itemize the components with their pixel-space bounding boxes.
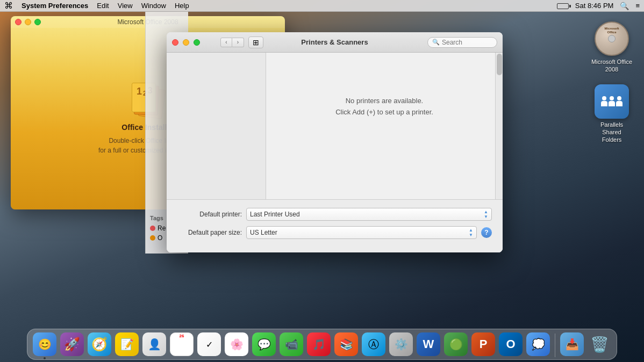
dock-safari[interactable]: 🧭 bbox=[87, 331, 112, 357]
dock: 😊 🚀 🧭 📝 👤 26 ✓ 🌸 bbox=[27, 329, 617, 360]
printers-maximize-btn[interactable] bbox=[194, 39, 200, 46]
desktop-icon-parallels[interactable]: Parallels SharedFolders bbox=[590, 84, 633, 144]
dock-dot-finder bbox=[44, 357, 46, 359]
search-icon: 🔍 bbox=[432, 39, 440, 46]
scrollbar[interactable] bbox=[495, 53, 503, 203]
dock-separator bbox=[555, 334, 555, 357]
ms-office-label: Microsoft Office2008 bbox=[591, 58, 632, 74]
printers-bottom: Default printer: Last Printer Used ▲ ▼ D… bbox=[167, 199, 503, 252]
dock-books[interactable]: 📚 bbox=[333, 331, 359, 357]
tag-red-label: Re bbox=[158, 225, 166, 232]
dock-photos[interactable]: 🌸 bbox=[224, 331, 249, 357]
default-printer-row: Default printer: Last Printer Used ▲ ▼ bbox=[177, 208, 492, 221]
printers-close-btn[interactable] bbox=[172, 39, 178, 46]
no-printers-message: No printers are available. Click Add (+)… bbox=[335, 96, 433, 118]
search-input[interactable] bbox=[442, 39, 490, 46]
back-btn[interactable]: ‹ bbox=[220, 38, 232, 47]
dock-music[interactable]: 🎵 bbox=[306, 331, 332, 357]
desktop-icon-ms-office[interactable]: MicrosoftOffice Microsoft Office2008 bbox=[590, 21, 633, 74]
tag-red-dot bbox=[150, 226, 155, 231]
default-paper-select[interactable]: US Letter ▲ ▼ bbox=[246, 226, 477, 239]
ms-office-disc-icon: MicrosoftOffice bbox=[595, 21, 629, 56]
tag-orange-label: O bbox=[158, 234, 162, 242]
dock-launchpad[interactable]: 🚀 bbox=[59, 331, 85, 357]
dock-appstore[interactable]: Ⓐ bbox=[361, 331, 387, 357]
dock-messenger[interactable]: 💭 bbox=[525, 331, 551, 357]
grid-view-btn[interactable]: ⊞ bbox=[248, 37, 263, 48]
dock-ppt[interactable]: P bbox=[470, 331, 496, 357]
menu-view[interactable]: View bbox=[118, 2, 133, 10]
dock-facetime[interactable]: 📹 bbox=[278, 331, 304, 357]
dock-downloads[interactable]: 📥 bbox=[559, 331, 585, 357]
help-button[interactable]: ? bbox=[481, 227, 492, 238]
dock-outlook[interactable]: O bbox=[498, 331, 524, 357]
dock-trash[interactable]: 🗑️ bbox=[586, 331, 612, 357]
dock-contacts[interactable]: 👤 bbox=[141, 331, 167, 357]
default-paper-label: Default paper size: bbox=[177, 229, 242, 236]
search-box[interactable]: 🔍 bbox=[427, 37, 497, 48]
dock-excel[interactable]: 🟢 bbox=[443, 331, 469, 357]
dock-system-prefs[interactable]: ⚙️ bbox=[388, 331, 414, 357]
spotlight-icon[interactable]: 🔍 bbox=[620, 2, 629, 10]
dock-word[interactable]: W bbox=[416, 331, 441, 357]
dock-notes[interactable]: 📝 bbox=[114, 331, 140, 357]
menu-clock: Sat 8:46 PM bbox=[575, 2, 614, 10]
default-paper-value: US Letter bbox=[250, 229, 277, 236]
default-printer-label: Default printer: bbox=[177, 211, 242, 218]
printers-title: Printers & Scanners bbox=[301, 38, 368, 46]
installer-close-btn[interactable] bbox=[15, 19, 22, 25]
apple-menu[interactable]: ⌘ bbox=[4, 1, 13, 11]
tag-orange-dot bbox=[150, 235, 155, 241]
forward-btn[interactable]: › bbox=[232, 38, 244, 47]
menu-system-preferences[interactable]: System Preferences bbox=[22, 2, 88, 10]
dock-calendar[interactable]: 26 bbox=[169, 331, 195, 357]
installer-maximize-btn[interactable] bbox=[34, 19, 41, 25]
default-paper-row: Default paper size: US Letter ▲ ▼ ? bbox=[177, 226, 492, 239]
menu-bar-right: Sat 8:46 PM 🔍 ≡ bbox=[557, 2, 640, 10]
battery-icon bbox=[557, 2, 569, 10]
dock-finder[interactable]: 😊 bbox=[32, 331, 58, 357]
paper-select-arrows: ▲ ▼ bbox=[469, 228, 473, 237]
scroll-thumb[interactable] bbox=[497, 54, 502, 75]
dock-messages[interactable]: 💬 bbox=[251, 331, 277, 357]
menu-list-icon[interactable]: ≡ bbox=[635, 2, 640, 10]
menu-bar: ⌘ System Preferences Edit View Window He… bbox=[0, 0, 644, 12]
parallels-icon bbox=[595, 84, 629, 119]
printers-window: ‹ › ⊞ Printers & Scanners 🔍 + − bbox=[167, 32, 503, 252]
desktop: ⌘ System Preferences Edit View Window He… bbox=[0, 0, 644, 362]
installer-minimize-btn[interactable] bbox=[25, 19, 31, 25]
desktop-icons: MicrosoftOffice Microsoft Office2008 bbox=[590, 21, 633, 143]
menu-help[interactable]: Help bbox=[175, 2, 189, 10]
menu-edit[interactable]: Edit bbox=[97, 2, 109, 10]
dock-reminders[interactable]: ✓ bbox=[196, 331, 222, 357]
nav-buttons: ‹ › bbox=[220, 38, 244, 47]
default-printer-value: Last Printer Used bbox=[250, 211, 300, 218]
printers-titlebar: ‹ › ⊞ Printers & Scanners 🔍 bbox=[167, 32, 503, 53]
select-arrows: ▲ ▼ bbox=[484, 210, 488, 219]
default-printer-select[interactable]: Last Printer Used ▲ ▼ bbox=[246, 208, 492, 221]
parallels-label: Parallels SharedFolders bbox=[590, 121, 633, 144]
logo-num-1: 1 bbox=[137, 86, 142, 97]
menu-window[interactable]: Window bbox=[141, 2, 166, 10]
printers-minimize-btn[interactable] bbox=[183, 39, 189, 46]
